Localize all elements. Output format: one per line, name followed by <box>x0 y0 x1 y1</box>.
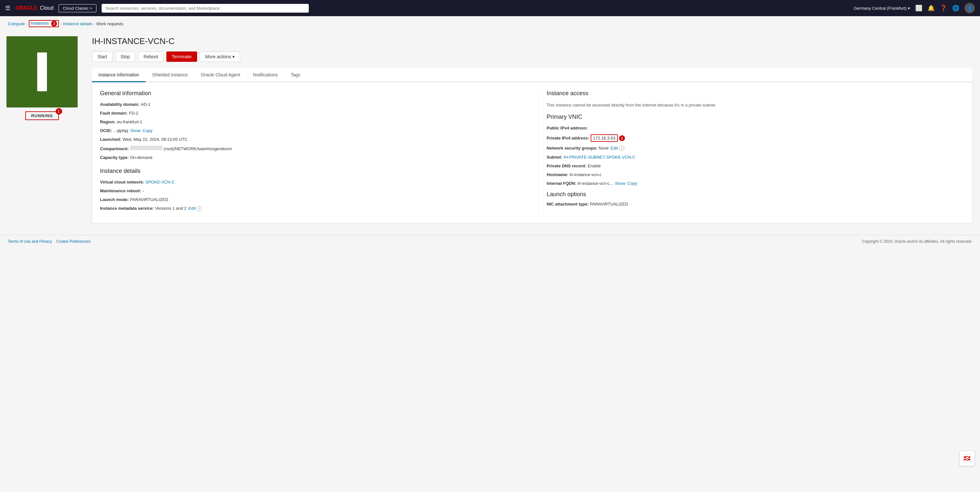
compartment-value: (root)/NETWORK/IwanHoogendoorn <box>164 146 232 151</box>
breadcrumb-sep-3: › <box>94 21 95 26</box>
ocid-row: OCID: ...qlpfqq Show Copy <box>100 128 526 133</box>
nsg-info-icon[interactable]: i <box>619 146 624 151</box>
instance-title: IH-INSTANCE-VCN-C <box>92 36 972 46</box>
internal-fqdn-value: ih-instance-vcn-c... <box>578 181 613 186</box>
compartment-label: Compartment: <box>100 146 129 151</box>
region-selector[interactable]: Germany Central (Frankfurt) ▾ <box>854 6 910 11</box>
launch-options-title: Launch options <box>547 191 964 198</box>
footer-left: Terms of Use and Privacy Cookie Preferen… <box>8 239 90 244</box>
instance-metadata-edit-link[interactable]: Edit <box>188 206 196 211</box>
cloud-classic-button[interactable]: Cloud Classic > <box>59 4 97 12</box>
breadcrumb-sep-2: › <box>60 21 62 26</box>
breadcrumb-instance-details[interactable]: Instance details <box>63 21 92 26</box>
region-label: Germany Central (Frankfurt) <box>854 6 907 11</box>
vcn-row: Virtual cloud network: SPOKE-VCN-C <box>100 180 526 185</box>
instances-badge: 3 <box>51 21 57 27</box>
public-ipv4-label: Public IPv4 address: <box>547 126 588 131</box>
maintenance-label: Maintenance reboot: <box>100 188 141 193</box>
subnet-row: Subnet: IH-PRIVATE-SUBNET-SPOKE-VCN-C <box>547 155 964 159</box>
subnet-value-link[interactable]: IH-PRIVATE-SUBNET-SPOKE-VCN-C <box>563 155 635 159</box>
instance-metadata-info-icon[interactable]: i <box>197 206 202 211</box>
help-icon[interactable]: ❓ <box>940 5 947 12</box>
globe-icon[interactable]: 🌐 <box>952 5 959 12</box>
reboot-button[interactable]: Reboot <box>138 51 164 62</box>
more-actions-chevron-icon: ▾ <box>232 54 235 59</box>
maintenance-value: - <box>142 188 144 193</box>
breadcrumb-instances[interactable]: Instances <box>31 21 49 25</box>
tabs-bar: Instance information Shielded instance O… <box>92 68 972 82</box>
ocid-label: OCID: <box>100 128 112 133</box>
footer-copyright: Copyright © 2024, Oracle and/or its affi… <box>862 239 972 244</box>
compartment-bar <box>130 146 162 150</box>
instance-image-box <box>6 36 78 107</box>
breadcrumb: Compute › Instances 3 › Instance details… <box>0 16 980 31</box>
terminal-icon[interactable]: ⬜ <box>915 5 923 12</box>
breadcrumb-work-requests: Work requests <box>96 21 123 26</box>
internal-fqdn-label: Internal FQDN: <box>547 181 576 186</box>
right-column: Instance access This instance cannot be … <box>539 90 964 215</box>
action-bar: Start Stop Reboot Terminate More actions… <box>92 51 972 62</box>
compartment-row: Compartment: (root)/NETWORK/IwanHoogendo… <box>100 146 526 151</box>
fault-domain-row: Fault domain: FD-2 <box>100 111 526 116</box>
breadcrumb-compute[interactable]: Compute <box>8 21 25 26</box>
internal-fqdn-row: Internal FQDN: ih-instance-vcn-c... Show… <box>547 181 964 186</box>
private-dns-label: Private DNS record: <box>547 164 587 168</box>
user-avatar[interactable]: 👤 <box>964 3 975 13</box>
search-input[interactable] <box>102 4 309 13</box>
tab-content-instance-info: General information Availability domain:… <box>92 82 972 223</box>
internal-fqdn-show-link[interactable]: Show <box>615 181 625 186</box>
more-actions-button[interactable]: More actions ▾ <box>200 51 240 62</box>
availability-domain-row: Availability domain: AD-1 <box>100 102 526 107</box>
capacity-row: Capacity type: On-demand <box>100 155 526 160</box>
private-ipv4-value: 172.16.3.63 <box>591 134 618 142</box>
instance-image-icon <box>37 53 47 91</box>
notifications-bell-icon[interactable]: 🔔 <box>928 5 935 12</box>
launch-mode-row: Launch mode: PARAVIRTUALIZED <box>100 197 526 202</box>
instance-status-badge: RUNNING 1 <box>25 111 59 120</box>
tab-shielded-instance[interactable]: Shielded instance <box>146 68 194 82</box>
launched-value: Wed, May 22, 2024, 09:13:05 UTC <box>123 137 188 142</box>
hamburger-menu-icon[interactable]: ☰ <box>5 5 10 12</box>
launch-mode-value: PARAVIRTUALIZED <box>130 197 168 202</box>
oracle-logo: ORACLE Cloud <box>16 5 53 11</box>
availability-domain-label: Availability domain: <box>100 102 140 107</box>
region-chevron-icon: ▾ <box>908 6 910 11</box>
ocid-copy-link[interactable]: Copy <box>143 128 153 133</box>
vcn-label: Virtual cloud network: <box>100 180 144 185</box>
public-ipv4-row: Public IPv4 address: <box>547 126 964 131</box>
launched-label: Launched: <box>100 137 121 142</box>
left-column: General information Availability domain:… <box>100 90 526 215</box>
capacity-value: On-demand <box>130 155 153 160</box>
tab-instance-information[interactable]: Instance information <box>92 68 146 82</box>
vcn-value-link[interactable]: SPOKE-VCN-C <box>145 180 175 185</box>
oracle-logo-text: ORACLE <box>16 5 38 11</box>
nic-attachment-row: NIC attachment type: PARAVIRTUALIZED <box>547 202 964 207</box>
instance-image-panel: RUNNING 1 <box>0 31 84 229</box>
terminate-button[interactable]: Terminate <box>166 51 197 62</box>
primary-vnic-title: Primary VNIC <box>547 114 964 120</box>
nsg-edit-link[interactable]: Edit <box>611 146 618 151</box>
availability-domain-value: AD-1 <box>141 102 151 107</box>
private-dns-value: Enable <box>588 164 601 168</box>
nsg-label: Network security groups: <box>547 146 597 151</box>
terms-link[interactable]: Terms of Use and Privacy <box>8 239 52 244</box>
tab-oracle-cloud-agent[interactable]: Oracle Cloud Agent <box>194 68 247 82</box>
main-layout: RUNNING 1 IH-INSTANCE-VCN-C Start Stop R… <box>0 31 980 229</box>
tab-notifications[interactable]: Notifications <box>247 68 284 82</box>
tab-tags[interactable]: Tags <box>284 68 307 82</box>
instance-details-title: Instance details <box>100 168 526 175</box>
cookie-preferences-link[interactable]: Cookie Preferences <box>56 239 90 244</box>
internal-fqdn-copy-link[interactable]: Copy <box>627 181 637 186</box>
region-row-value: eu-frankfurt-1 <box>117 119 142 124</box>
ocid-show-link[interactable]: Show <box>130 128 141 133</box>
status-text: RUNNING <box>31 113 53 118</box>
subnet-label: Subnet: <box>547 155 562 159</box>
instance-access-title: Instance access <box>547 90 964 97</box>
private-ipv4-label: Private IPv4 address: <box>547 135 589 140</box>
stop-button[interactable]: Stop <box>115 51 135 62</box>
nic-attachment-value: PARAVIRTUALIZED <box>590 202 628 207</box>
status-badge-num: 1 <box>56 108 62 115</box>
footer: Terms of Use and Privacy Cookie Preferen… <box>0 235 980 248</box>
private-dns-row: Private DNS record: Enable <box>547 164 964 168</box>
start-button[interactable]: Start <box>92 51 113 62</box>
